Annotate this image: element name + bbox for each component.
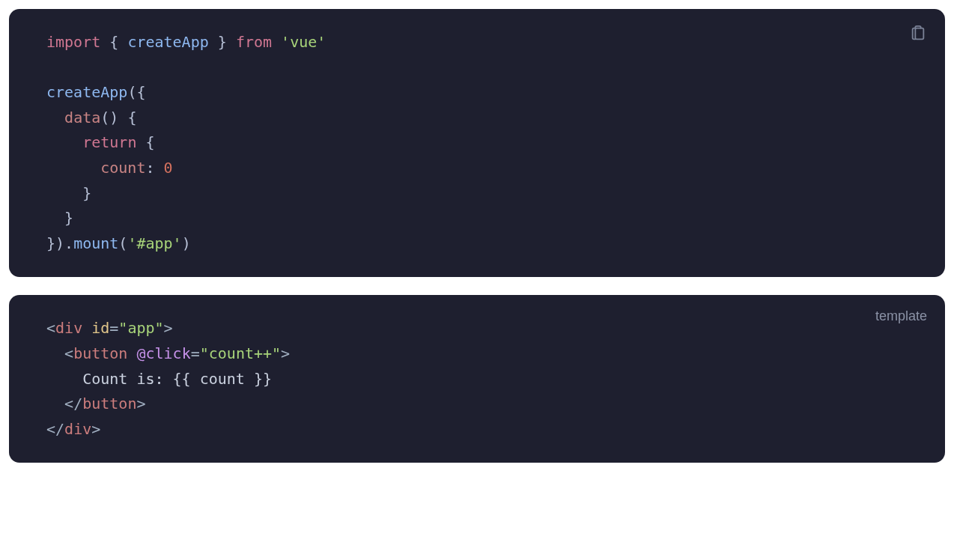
token: } [64,209,73,227]
token: </ [64,395,82,413]
token [82,319,91,337]
token: = [191,344,200,362]
token: count [100,159,145,177]
token: ({ [127,83,145,101]
token: : [145,159,163,177]
token [46,109,64,127]
token: 0 [164,159,173,177]
token: @click [136,344,190,362]
token: = [109,319,118,337]
token: mount [73,234,118,252]
token: div [55,319,82,337]
copy-button[interactable] [906,22,930,46]
token [46,133,82,151]
token: { [136,133,154,151]
token: button [82,395,136,413]
token [46,370,82,388]
token: > [164,319,173,337]
token: import [46,33,100,51]
token: < [46,319,55,337]
token: } [209,33,236,51]
token [46,209,64,227]
token [46,159,100,177]
code-content-js: import { createApp } from 'vue' createAp… [46,30,908,256]
token [127,344,136,362]
token [46,395,64,413]
token: "count++" [200,344,281,362]
token: ( [118,234,127,252]
token: Count is: {{ count }} [82,370,272,388]
token [46,344,64,362]
token [272,33,281,51]
token: id [91,319,109,337]
token: createApp [127,33,208,51]
token: > [91,420,100,438]
token: from [236,33,272,51]
token: div [64,420,91,438]
code-content-template: <div id="app"> <button @click="count++">… [46,316,908,442]
token: < [64,344,73,362]
language-label: template [875,308,927,324]
token: '#app' [127,234,181,252]
token: } [82,184,91,202]
token: ) [182,234,191,252]
token: () { [100,109,136,127]
token: data [64,109,100,127]
svg-rect-0 [915,28,923,39]
token: return [82,133,136,151]
token: { [100,33,127,51]
token: > [281,344,290,362]
code-block-js: import { createApp } from 'vue' createAp… [9,9,945,277]
token: </ [46,420,64,438]
clipboard-icon [910,25,926,44]
token: createApp [46,83,127,101]
code-block-template: template <div id="app"> <button @click="… [9,295,945,463]
token: > [136,395,145,413]
token: "app" [118,319,163,337]
token: 'vue' [281,33,326,51]
token [46,184,82,202]
token: button [73,344,127,362]
token: }). [46,234,73,252]
